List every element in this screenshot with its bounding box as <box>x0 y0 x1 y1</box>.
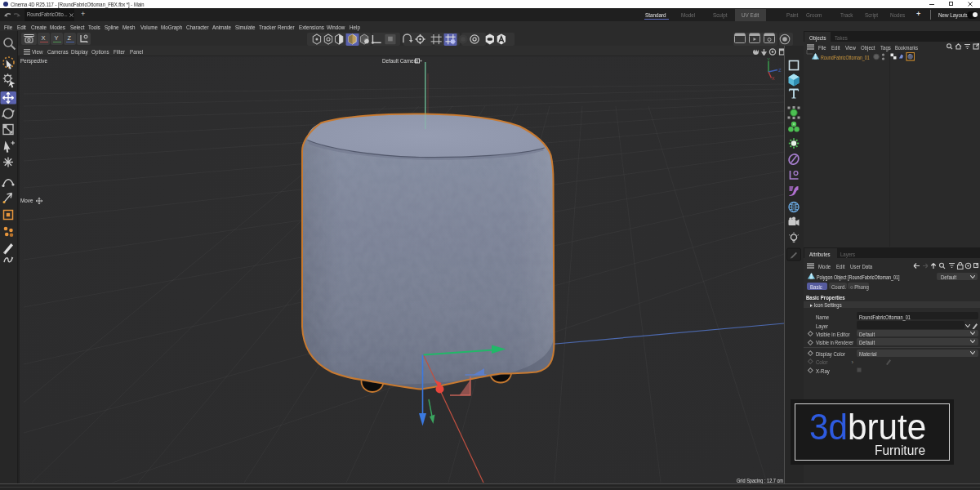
svg-text:Y: Y <box>767 58 770 62</box>
svg-text:X: X <box>772 76 775 81</box>
svg-text:Z: Z <box>778 68 782 73</box>
